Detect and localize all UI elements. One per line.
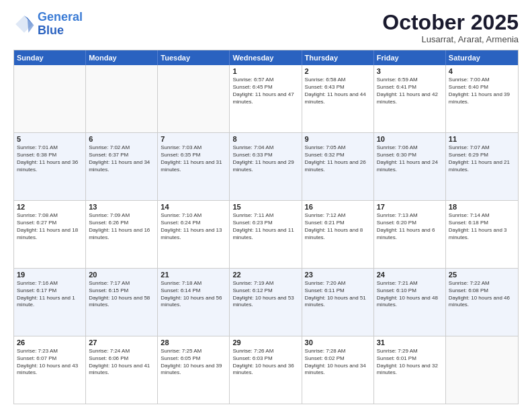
header-saturday: Saturday — [446, 50, 518, 65]
day-number: 29 — [232, 338, 298, 347]
day-number: 26 — [17, 338, 83, 347]
header-thursday: Thursday — [302, 50, 374, 65]
day-info: Sunrise: 7:03 AM Sunset: 6:35 PM Dayligh… — [161, 144, 226, 173]
cal-cell-r1-c2: 7Sunrise: 7:03 AM Sunset: 6:35 PM Daylig… — [158, 133, 230, 200]
day-info: Sunrise: 7:04 AM Sunset: 6:33 PM Dayligh… — [232, 144, 298, 173]
cal-cell-r1-c6: 11Sunrise: 7:07 AM Sunset: 6:29 PM Dayli… — [446, 133, 518, 200]
cal-cell-r2-c5: 17Sunrise: 7:13 AM Sunset: 6:20 PM Dayli… — [374, 201, 446, 268]
month-title: October 2025 — [382, 11, 519, 34]
day-number: 14 — [161, 203, 226, 211]
day-info: Sunrise: 7:17 AM Sunset: 6:15 PM Dayligh… — [89, 280, 154, 309]
day-info: Sunrise: 6:59 AM Sunset: 6:41 PM Dayligh… — [377, 77, 443, 105]
day-number: 23 — [305, 271, 371, 279]
day-info: Sunrise: 7:19 AM Sunset: 6:12 PM Dayligh… — [232, 280, 298, 309]
cal-cell-r4-c2: 28Sunrise: 7:25 AM Sunset: 6:05 PM Dayli… — [158, 336, 230, 404]
cal-cell-r2-c3: 15Sunrise: 7:11 AM Sunset: 6:23 PM Dayli… — [230, 201, 302, 268]
calendar-header: Sunday Monday Tuesday Wednesday Thursday… — [14, 50, 518, 65]
header-tuesday: Tuesday — [158, 50, 230, 65]
calendar-week-5: 26Sunrise: 7:23 AM Sunset: 6:07 PM Dayli… — [14, 336, 518, 404]
logo-line2: Blue — [38, 24, 64, 37]
day-number: 7 — [161, 135, 226, 143]
day-number: 5 — [17, 135, 83, 143]
day-number: 31 — [377, 338, 443, 347]
cal-cell-r3-c1: 20Sunrise: 7:17 AM Sunset: 6:15 PM Dayli… — [86, 269, 158, 336]
day-number: 2 — [305, 67, 371, 75]
day-number: 25 — [449, 271, 515, 279]
subtitle: Lusarrat, Ararat, Armenia — [382, 34, 519, 44]
day-number: 4 — [449, 67, 515, 75]
cal-cell-r1-c1: 6Sunrise: 7:02 AM Sunset: 6:37 PM Daylig… — [86, 133, 158, 200]
day-info: Sunrise: 7:07 AM Sunset: 6:29 PM Dayligh… — [449, 144, 515, 173]
header-monday: Monday — [86, 50, 158, 65]
cal-cell-r0-c0 — [14, 65, 86, 132]
day-number: 1 — [232, 67, 298, 75]
calendar: Sunday Monday Tuesday Wednesday Thursday… — [13, 50, 519, 404]
day-info: Sunrise: 7:24 AM Sunset: 6:06 PM Dayligh… — [89, 348, 154, 377]
day-number: 27 — [89, 338, 154, 347]
day-info: Sunrise: 7:25 AM Sunset: 6:05 PM Dayligh… — [161, 348, 226, 377]
day-info: Sunrise: 7:12 AM Sunset: 6:21 PM Dayligh… — [305, 212, 371, 241]
cal-cell-r4-c5: 31Sunrise: 7:29 AM Sunset: 6:01 PM Dayli… — [374, 336, 446, 404]
day-info: Sunrise: 7:08 AM Sunset: 6:27 PM Dayligh… — [17, 212, 83, 241]
cal-cell-r4-c0: 26Sunrise: 7:23 AM Sunset: 6:07 PM Dayli… — [14, 336, 86, 404]
day-info: Sunrise: 7:29 AM Sunset: 6:01 PM Dayligh… — [377, 348, 443, 377]
cal-cell-r3-c3: 22Sunrise: 7:19 AM Sunset: 6:12 PM Dayli… — [230, 269, 302, 336]
cal-cell-r1-c4: 9Sunrise: 7:05 AM Sunset: 6:32 PM Daylig… — [302, 133, 374, 200]
day-number: 6 — [89, 135, 154, 143]
header-sunday: Sunday — [14, 50, 86, 65]
cal-cell-r0-c1 — [86, 65, 158, 132]
title-block: October 2025 Lusarrat, Ararat, Armenia — [382, 11, 519, 44]
header-friday: Friday — [374, 50, 446, 65]
calendar-week-3: 12Sunrise: 7:08 AM Sunset: 6:27 PM Dayli… — [14, 200, 518, 268]
day-info: Sunrise: 7:26 AM Sunset: 6:03 PM Dayligh… — [232, 348, 298, 377]
day-number: 12 — [17, 203, 83, 211]
day-info: Sunrise: 7:06 AM Sunset: 6:30 PM Dayligh… — [377, 144, 443, 173]
day-info: Sunrise: 7:10 AM Sunset: 6:24 PM Dayligh… — [161, 212, 226, 241]
day-number: 9 — [305, 135, 371, 143]
day-number: 30 — [305, 338, 371, 347]
calendar-week-1: 1Sunrise: 6:57 AM Sunset: 6:45 PM Daylig… — [14, 65, 518, 132]
calendar-week-2: 5Sunrise: 7:01 AM Sunset: 6:38 PM Daylig… — [14, 132, 518, 200]
day-info: Sunrise: 7:16 AM Sunset: 6:17 PM Dayligh… — [17, 280, 83, 309]
cal-cell-r0-c3: 1Sunrise: 6:57 AM Sunset: 6:45 PM Daylig… — [230, 65, 302, 132]
day-info: Sunrise: 7:11 AM Sunset: 6:23 PM Dayligh… — [232, 212, 298, 241]
logo-line1: General — [38, 10, 83, 24]
day-number: 18 — [449, 203, 515, 211]
day-info: Sunrise: 7:18 AM Sunset: 6:14 PM Dayligh… — [161, 280, 226, 309]
day-info: Sunrise: 7:09 AM Sunset: 6:26 PM Dayligh… — [89, 212, 154, 241]
day-info: Sunrise: 7:28 AM Sunset: 6:02 PM Dayligh… — [305, 348, 371, 377]
cal-cell-r0-c2 — [158, 65, 230, 132]
day-number: 3 — [377, 67, 443, 75]
cal-cell-r3-c0: 19Sunrise: 7:16 AM Sunset: 6:17 PM Dayli… — [14, 269, 86, 336]
cal-cell-r2-c0: 12Sunrise: 7:08 AM Sunset: 6:27 PM Dayli… — [14, 201, 86, 268]
day-info: Sunrise: 7:22 AM Sunset: 6:08 PM Dayligh… — [449, 280, 515, 309]
calendar-week-4: 19Sunrise: 7:16 AM Sunset: 6:17 PM Dayli… — [14, 268, 518, 336]
day-info: Sunrise: 7:02 AM Sunset: 6:37 PM Dayligh… — [89, 144, 154, 173]
logo-text: General Blue — [38, 11, 83, 38]
day-info: Sunrise: 7:21 AM Sunset: 6:10 PM Dayligh… — [377, 280, 443, 309]
day-number: 21 — [161, 271, 226, 279]
cal-cell-r0-c5: 3Sunrise: 6:59 AM Sunset: 6:41 PM Daylig… — [374, 65, 446, 132]
logo: General Blue — [13, 11, 83, 38]
cal-cell-r1-c3: 8Sunrise: 7:04 AM Sunset: 6:33 PM Daylig… — [230, 133, 302, 200]
cal-cell-r0-c4: 2Sunrise: 6:58 AM Sunset: 6:43 PM Daylig… — [302, 65, 374, 132]
day-info: Sunrise: 7:14 AM Sunset: 6:18 PM Dayligh… — [449, 212, 515, 241]
day-number: 22 — [232, 271, 298, 279]
day-info: Sunrise: 7:00 AM Sunset: 6:40 PM Dayligh… — [449, 77, 515, 105]
cal-cell-r2-c2: 14Sunrise: 7:10 AM Sunset: 6:24 PM Dayli… — [158, 201, 230, 268]
cal-cell-r1-c0: 5Sunrise: 7:01 AM Sunset: 6:38 PM Daylig… — [14, 133, 86, 200]
day-number: 15 — [232, 203, 298, 211]
day-number: 28 — [161, 338, 226, 347]
cal-cell-r2-c1: 13Sunrise: 7:09 AM Sunset: 6:26 PM Dayli… — [86, 201, 158, 268]
day-info: Sunrise: 6:58 AM Sunset: 6:43 PM Dayligh… — [305, 77, 371, 105]
day-number: 17 — [377, 203, 443, 211]
day-number: 20 — [89, 271, 154, 279]
page: General Blue October 2025 Lusarrat, Arar… — [0, 0, 532, 411]
day-info: Sunrise: 7:23 AM Sunset: 6:07 PM Dayligh… — [17, 348, 83, 377]
day-number: 19 — [17, 271, 83, 279]
cal-cell-r0-c6: 4Sunrise: 7:00 AM Sunset: 6:40 PM Daylig… — [446, 65, 518, 132]
day-info: Sunrise: 7:13 AM Sunset: 6:20 PM Dayligh… — [377, 212, 443, 241]
cal-cell-r2-c4: 16Sunrise: 7:12 AM Sunset: 6:21 PM Dayli… — [302, 201, 374, 268]
cal-cell-r4-c4: 30Sunrise: 7:28 AM Sunset: 6:02 PM Dayli… — [302, 336, 374, 404]
cal-cell-r1-c5: 10Sunrise: 7:06 AM Sunset: 6:30 PM Dayli… — [374, 133, 446, 200]
